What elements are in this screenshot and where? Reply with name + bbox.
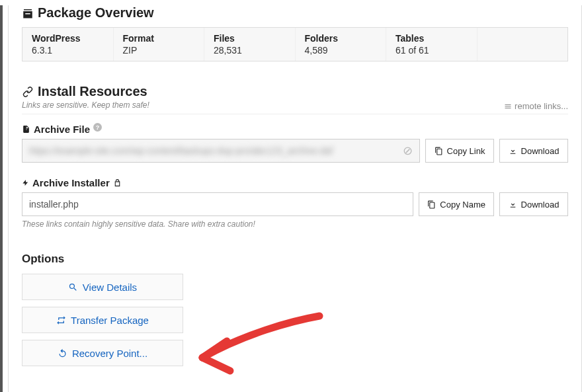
recovery-point-button[interactable]: Recovery Point... — [22, 340, 183, 366]
transfer-icon — [56, 315, 66, 325]
annotation-arrow — [190, 308, 329, 387]
ov-col-tables: Tables 61 of 61 — [386, 28, 477, 61]
ov-col-format: Format ZIP — [113, 28, 204, 61]
download-archive-button[interactable]: Download — [499, 139, 568, 163]
bolt-icon — [22, 178, 29, 188]
download-installer-button[interactable]: Download — [499, 192, 568, 216]
copy-icon — [435, 147, 443, 155]
download-icon — [509, 147, 517, 155]
link-icon — [22, 86, 34, 98]
unlock-icon — [113, 178, 122, 187]
view-details-button[interactable]: View Details — [22, 274, 183, 300]
bars-icon — [504, 102, 512, 110]
copy-link-button[interactable]: Copy Link — [425, 139, 494, 163]
copy-icon — [427, 200, 436, 209]
ov-col-empty — [477, 28, 568, 61]
archive-icon — [22, 7, 34, 19]
sensitive-warning: These links contain highly sensitive dat… — [22, 219, 568, 229]
install-resources-header: Install Resources — [22, 84, 149, 99]
download-icon — [509, 200, 517, 209]
overview-table: WordPress 6.3.1 Format ZIP Files 28,531 … — [22, 27, 568, 61]
clear-icon[interactable]: ⊘ — [403, 143, 413, 158]
help-icon[interactable]: ? — [93, 123, 102, 132]
install-subtitle: Links are sensitive. Keep them safe! — [22, 100, 149, 110]
remote-links-toggle[interactable]: remote links... — [504, 101, 568, 114]
file-archive-icon — [22, 124, 30, 134]
archive-file-label: Archive File ? — [22, 124, 568, 135]
package-panel: Package Overview WordPress 6.3.1 Format … — [8, 5, 582, 392]
options-title: Options — [22, 253, 568, 266]
install-resources-title: Install Resources — [38, 84, 147, 99]
archive-installer-label: Archive Installer — [22, 177, 568, 188]
archive-file-input[interactable]: https://example-site.com/wp-content/back… — [22, 139, 420, 163]
archive-installer-input[interactable]: installer.php — [22, 192, 413, 216]
ov-col-files: Files 28,531 — [204, 28, 295, 61]
package-overview-title: Package Overview — [38, 5, 154, 20]
copy-name-button[interactable]: Copy Name — [419, 192, 494, 216]
ov-col-wordpress: WordPress 6.3.1 — [22, 28, 113, 61]
package-overview-header: Package Overview — [22, 5, 568, 20]
search-icon — [68, 282, 78, 292]
undo-icon — [58, 348, 67, 358]
ov-col-folders: Folders 4,589 — [295, 28, 386, 61]
transfer-package-button[interactable]: Transfer Package — [22, 307, 183, 333]
